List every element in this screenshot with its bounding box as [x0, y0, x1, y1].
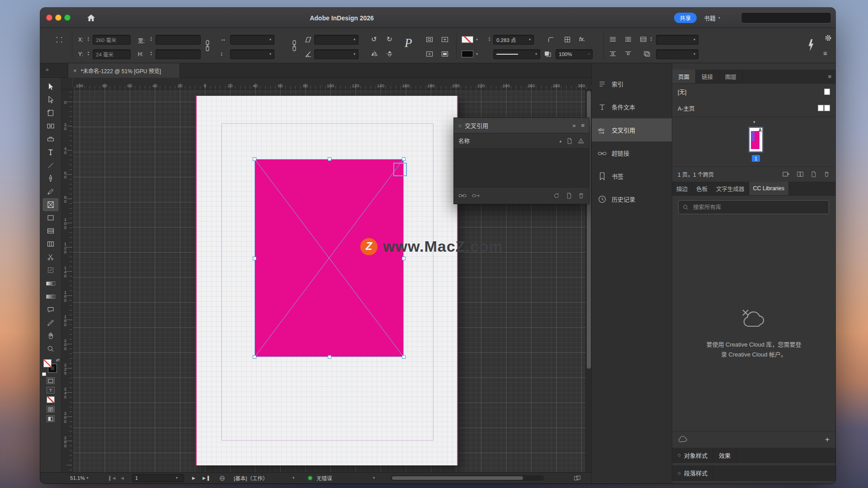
- fill-frame-proportionally-button[interactable]: [441, 51, 449, 57]
- scale-y-field[interactable]: ▾: [230, 49, 274, 59]
- wrap-none-button[interactable]: [609, 36, 617, 42]
- selection-tool[interactable]: [43, 80, 58, 93]
- tab-layers[interactable]: 图层: [719, 70, 743, 83]
- tab-cc-libraries[interactable]: CC Libraries: [749, 182, 789, 195]
- master-row-a[interactable]: A-主页: [672, 99, 835, 117]
- rotation-field[interactable]: ▾: [314, 49, 359, 59]
- zoom-level-control[interactable]: 51.1% ▾: [70, 473, 89, 483]
- constrain-scale-chain-icon[interactable]: [292, 40, 297, 52]
- note-tool[interactable]: [43, 303, 58, 316]
- zoom-tool[interactable]: [43, 343, 58, 355]
- vertical-ruler[interactable]: 0 20 40 60 80 100 120 140 160 180 200 22…: [61, 89, 73, 472]
- grid-stepper[interactable]: ▴▾: [649, 36, 654, 42]
- preflight-status[interactable]: 无错误: [308, 473, 332, 483]
- stroke-weight-stepper[interactable]: ▴▾: [487, 36, 492, 42]
- page-tool[interactable]: [43, 107, 58, 119]
- wrap-bounding-button[interactable]: [624, 36, 632, 42]
- edit-page-size-icon[interactable]: [782, 171, 790, 178]
- height-field[interactable]: [156, 49, 201, 59]
- handle-top-left[interactable]: [253, 157, 256, 161]
- handle-middle-left[interactable]: [253, 257, 256, 260]
- next-page-button[interactable]: ▶: [192, 473, 195, 483]
- page-1-thumbnail[interactable]: A: [749, 127, 763, 152]
- gear-icon[interactable]: [824, 34, 832, 42]
- gradient-swatch-tool[interactable]: [43, 277, 58, 290]
- tab-swatches[interactable]: 色板: [692, 182, 712, 195]
- stroke-color-swatch[interactable]: [462, 51, 473, 57]
- last-page-button[interactable]: ▶▌: [203, 473, 210, 483]
- panel-menu-icon[interactable]: ≡: [823, 49, 827, 57]
- create-hyperlink-icon[interactable]: [458, 192, 467, 199]
- minimize-window-button[interactable]: [55, 14, 61, 21]
- split-view-icon[interactable]: [574, 473, 581, 483]
- fill-swatch-chevron-icon[interactable]: ▾: [476, 38, 478, 42]
- scale-x-field[interactable]: ▾: [230, 35, 274, 45]
- master-row-none[interactable]: [无]: [672, 84, 835, 99]
- line-tool[interactable]: [43, 159, 58, 172]
- default-fill-stroke-icon[interactable]: [42, 372, 46, 376]
- horizontal-grid-tool[interactable]: [43, 225, 58, 237]
- tab-object-styles[interactable]: ◇ 对象样式: [672, 448, 713, 462]
- dock-item-hyperlinks[interactable]: 超链接: [592, 141, 672, 164]
- collapse-panel-icon[interactable]: »: [572, 122, 576, 129]
- grid-field[interactable]: ▾: [656, 35, 698, 45]
- ruler-corner[interactable]: [61, 78, 73, 89]
- handle-top-right[interactable]: [402, 157, 406, 161]
- titlebar-search-input[interactable]: [741, 12, 831, 23]
- home-button[interactable]: [85, 13, 96, 22]
- rectangle-frame-tool[interactable]: [43, 198, 58, 211]
- hand-tool[interactable]: [43, 329, 58, 342]
- tab-pages[interactable]: 页面: [672, 70, 696, 83]
- document-tab[interactable]: × *未命名-1222 @ 51% [GPU 预览]: [68, 63, 180, 78]
- sort-icon[interactable]: ▴: [559, 139, 561, 143]
- wrap-jump-object-button[interactable]: [624, 51, 632, 57]
- zoom-window-button[interactable]: [64, 14, 71, 21]
- tab-text-generator[interactable]: 文字生成器: [712, 182, 749, 195]
- profile-chevron[interactable]: ▾: [292, 473, 294, 483]
- content-collector-tool[interactable]: [43, 133, 58, 145]
- panel-menu-icon[interactable]: ≡: [581, 122, 585, 129]
- delete-page-icon[interactable]: [823, 171, 830, 178]
- stroke-swatch-chevron-icon[interactable]: ▾: [476, 52, 478, 56]
- x-field[interactable]: 260 毫米: [93, 35, 131, 45]
- first-page-button[interactable]: ▐◀: [108, 473, 115, 483]
- dock-item-cross-references[interactable]: abc 交叉引用: [592, 118, 672, 141]
- swap-fill-stroke-icon[interactable]: ⇄: [56, 357, 60, 362]
- dock-item-conditional-text[interactable]: 条件文本: [592, 95, 672, 118]
- scissors-tool[interactable]: [43, 251, 58, 263]
- scrollbar-thumb[interactable]: [392, 476, 523, 480]
- apply-none-button[interactable]: [47, 396, 55, 403]
- rotate-cw-button[interactable]: ↻: [387, 35, 392, 43]
- height-stepper[interactable]: ▴▾: [149, 51, 154, 56]
- wrap-jump-button[interactable]: [609, 51, 617, 57]
- share-button[interactable]: 共享: [674, 13, 697, 23]
- ornament-p-icon[interactable]: P: [405, 36, 412, 50]
- preflight-menu-chevron[interactable]: ▾: [373, 473, 375, 483]
- handle-top-center[interactable]: [328, 157, 331, 161]
- corner-options-icon[interactable]: [547, 36, 555, 43]
- stroke-weight-field[interactable]: 0.283 点 ▾: [493, 35, 534, 45]
- y-field[interactable]: 24 毫米: [93, 49, 131, 59]
- panel-titlebar[interactable]: ◇ 交叉引用 » ≡: [454, 118, 589, 133]
- fill-stroke-proxy[interactable]: ⇄: [42, 359, 59, 375]
- fill-color-swatch[interactable]: [462, 36, 473, 43]
- panel-menu-icon[interactable]: ≡: [828, 70, 835, 83]
- gap-tool[interactable]: [43, 120, 58, 132]
- tab-links[interactable]: 链接: [696, 70, 719, 83]
- width-stepper[interactable]: ▴▾: [149, 36, 154, 42]
- book-menu[interactable]: 书籍 ▾: [704, 13, 720, 23]
- dock-item-history[interactable]: 历史记录: [592, 188, 672, 211]
- pasteboard-canvas[interactable]: Z www.MacZ.com ◇ 交叉引用: [73, 89, 591, 472]
- document-page[interactable]: [196, 96, 458, 465]
- screen-mode-button[interactable]: [47, 415, 55, 422]
- add-library-icon[interactable]: +: [825, 435, 830, 444]
- flip-horizontal-button[interactable]: [370, 51, 378, 57]
- object-states-dropdown[interactable]: ▾: [656, 49, 698, 59]
- flip-vertical-button[interactable]: [386, 51, 394, 57]
- rotate-ccw-button[interactable]: ↺: [371, 35, 377, 43]
- constrain-wh-chain-icon[interactable]: [205, 40, 210, 52]
- free-transform-tool[interactable]: [43, 264, 58, 277]
- fit-frame-to-content-button[interactable]: [425, 36, 434, 43]
- horizontal-ruler[interactable]: 100 80 60 40 20 0 20 40 60 80 100 120: [61, 78, 591, 89]
- view-options-button[interactable]: [47, 406, 55, 413]
